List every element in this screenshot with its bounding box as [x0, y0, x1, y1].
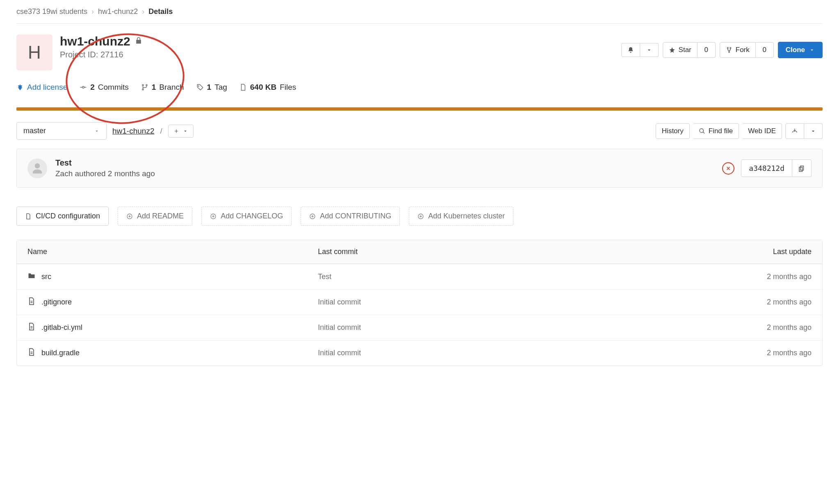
fork-icon — [726, 47, 732, 53]
plus-circle-icon — [309, 213, 316, 220]
scale-icon — [16, 84, 24, 91]
breadcrumb-group[interactable]: cse373 19wi students — [16, 7, 87, 16]
copy-icon — [798, 165, 805, 172]
history-button[interactable]: History — [656, 123, 690, 139]
commit-title[interactable]: Test — [55, 158, 155, 168]
commits-stat[interactable]: 2 Commits — [80, 83, 129, 92]
branches-stat[interactable]: 1 Branch — [141, 83, 184, 92]
path-link[interactable]: hw1-chunz2 — [112, 127, 154, 136]
breadcrumb-current: Details — [148, 7, 173, 16]
clone-label: Clone — [786, 46, 805, 54]
file-last-commit[interactable]: Initial commit — [318, 349, 666, 357]
th-commit: Last commit — [318, 247, 666, 256]
folder-icon — [27, 272, 36, 282]
commit-sha[interactable]: a348212d — [741, 159, 792, 177]
fork-count[interactable]: 0 — [756, 42, 774, 58]
bell-icon — [627, 47, 634, 53]
add-contributing-label: Add CONTRIBUTING — [320, 212, 391, 220]
file-icon — [239, 84, 247, 91]
add-license-label: Add license — [27, 83, 67, 92]
chevron-down-icon — [94, 128, 100, 134]
tag-label: Tag — [214, 83, 227, 92]
branch-count: 1 — [152, 83, 156, 92]
th-update: Last update — [666, 247, 812, 256]
clone-button[interactable]: Clone — [778, 42, 823, 58]
plus-circle-icon — [210, 213, 217, 220]
commits-count: 2 — [90, 83, 95, 92]
download-dropdown[interactable] — [804, 123, 823, 139]
last-commit-box: Test Zach authored 2 months ago a348212d — [16, 149, 823, 188]
add-kubernetes-label: Add Kubernetes cluster — [428, 212, 505, 220]
web-ide-button[interactable]: Web IDE — [742, 123, 782, 139]
branch-label: Branch — [159, 83, 184, 92]
tag-count: 1 — [207, 83, 212, 92]
chevron-down-icon — [182, 128, 188, 134]
star-label: Star — [679, 46, 691, 54]
breadcrumb: cse373 19wi students › hw1-chunz2 › Deta… — [16, 4, 823, 24]
file-last-commit[interactable]: Initial commit — [318, 298, 666, 306]
fork-label: Fork — [736, 46, 750, 54]
add-readme-button[interactable]: Add README — [118, 207, 192, 226]
file-name[interactable]: .gitignore — [27, 297, 318, 307]
add-file-dropdown[interactable] — [168, 125, 194, 138]
star-icon — [669, 47, 675, 53]
file-last-commit[interactable]: Initial commit — [318, 323, 666, 332]
add-kubernetes-button[interactable]: Add Kubernetes cluster — [409, 207, 513, 226]
file-last-update: 2 months ago — [666, 349, 812, 357]
file-icon — [27, 297, 36, 307]
user-icon — [31, 162, 43, 175]
th-name: Name — [27, 247, 318, 256]
search-icon — [699, 128, 705, 134]
table-row[interactable]: .gitignoreInitial commit2 months ago — [17, 289, 822, 315]
tags-stat[interactable]: 1 Tag — [196, 83, 227, 92]
files-stat[interactable]: 640 KB Files — [239, 83, 296, 92]
add-readme-label: Add README — [137, 212, 184, 220]
table-row[interactable]: .gitlab-ci.ymlInitial commit2 months ago — [17, 315, 822, 340]
file-icon — [27, 322, 36, 333]
file-name[interactable]: .gitlab-ci.yml — [27, 322, 318, 333]
tree-controls: master hw1-chunz2 / History Find file We… — [16, 122, 823, 140]
download-button[interactable] — [785, 123, 804, 139]
project-stats: Add license 2 Commits 1 Branch 1 Tag 640… — [16, 83, 823, 92]
files-label: Files — [280, 83, 296, 92]
chevron-down-icon — [809, 47, 815, 53]
file-tree-table: Name Last commit Last update srcTest2 mo… — [16, 240, 823, 366]
breadcrumb-project[interactable]: hw1-chunz2 — [98, 7, 138, 16]
quick-actions: CI/CD configuration Add README Add CHANG… — [16, 207, 823, 226]
star-button[interactable]: Star — [663, 42, 698, 58]
chevron-down-icon — [646, 47, 652, 53]
copy-sha-button[interactable] — [792, 159, 812, 177]
table-row[interactable]: build.gradleInitial commit2 months ago — [17, 340, 822, 366]
files-size: 640 KB — [250, 83, 276, 92]
file-last-commit[interactable]: Test — [318, 272, 666, 281]
plus-circle-icon — [417, 213, 424, 220]
file-last-update: 2 months ago — [666, 323, 812, 332]
notification-dropdown[interactable] — [621, 43, 659, 57]
fork-button[interactable]: Fork — [720, 42, 756, 58]
branch-icon — [141, 84, 148, 91]
add-contributing-button[interactable]: Add CONTRIBUTING — [301, 207, 400, 226]
project-avatar: H — [16, 34, 52, 70]
add-changelog-label: Add CHANGELOG — [221, 212, 283, 220]
commit-author-line: Zach authored 2 months ago — [55, 169, 155, 178]
file-last-update: 2 months ago — [666, 272, 812, 281]
file-name[interactable]: build.gradle — [27, 348, 318, 358]
file-icon — [25, 213, 32, 220]
find-file-button[interactable]: Find file — [693, 123, 739, 139]
cicd-config-button[interactable]: CI/CD configuration — [16, 207, 109, 226]
add-license-link[interactable]: Add license — [16, 83, 67, 92]
find-file-label: Find file — [709, 127, 733, 135]
table-row[interactable]: srcTest2 months ago — [17, 264, 822, 289]
plus-circle-icon — [126, 213, 133, 220]
pipeline-failed-icon[interactable] — [722, 162, 734, 175]
star-count[interactable]: 0 — [698, 42, 716, 58]
plus-icon — [173, 128, 179, 134]
commit-author-avatar — [27, 159, 47, 178]
commits-label: Commits — [98, 83, 129, 92]
chevron-right-icon: › — [142, 7, 144, 16]
project-title: hw1-chunz2 — [60, 34, 130, 48]
branch-select[interactable]: master — [16, 122, 107, 140]
file-name[interactable]: src — [27, 272, 318, 282]
add-changelog-button[interactable]: Add CHANGELOG — [201, 207, 292, 226]
project-header: H hw1-chunz2 Project ID: 27116 Star 0 Fo… — [16, 34, 823, 70]
